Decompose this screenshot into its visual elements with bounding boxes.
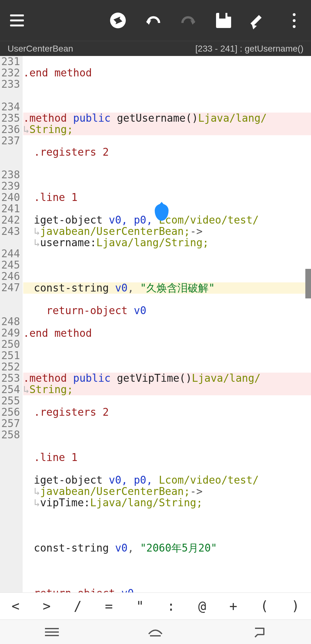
token: 1 <box>71 191 78 203</box>
wrap-indicator: ↳ <box>34 236 40 249</box>
system-navbar <box>0 619 311 644</box>
token: .end method <box>23 327 92 339</box>
wrap-indicator: ↳ <box>34 225 40 237</box>
sym-quote[interactable]: " <box>125 598 156 614</box>
line-gutter: 231 232 233 234 235 236 237 238 239 240 … <box>0 56 23 592</box>
token: public <box>73 372 111 384</box>
sym-gt[interactable]: > <box>31 598 62 614</box>
code-content[interactable]: .end method .method public getUsername()… <box>23 56 311 592</box>
token: javabean/UserCenterBean; <box>40 485 190 497</box>
nav-back-button[interactable] <box>251 626 268 638</box>
token: iget-object <box>34 214 103 226</box>
nav-recent-button[interactable] <box>43 626 60 638</box>
cursor-location[interactable]: [233 - 241] : getUsername() <box>195 44 303 54</box>
token: -> <box>190 225 203 237</box>
sym-lparen[interactable]: ( <box>249 598 280 614</box>
token: const-string <box>34 282 109 294</box>
wrap-indicator: ↳ <box>23 383 30 396</box>
symbol-row: < > / = " : @ + ( ) <box>0 592 311 619</box>
token: .end method <box>23 67 92 79</box>
sym-eq[interactable]: = <box>93 598 125 614</box>
token: vipTime: <box>40 497 90 509</box>
sym-rparen[interactable]: ) <box>280 598 311 614</box>
more-button[interactable] <box>286 12 302 29</box>
token: return-object <box>46 304 127 317</box>
token: .registers <box>34 406 97 418</box>
scrollbar-thumb[interactable] <box>305 269 311 298</box>
token: 2 <box>103 146 109 158</box>
token: v0 <box>121 587 134 592</box>
editor-subheader: UserCenterBean [233 - 241] : getUsername… <box>0 41 311 56</box>
token: "2060年5月20" <box>140 542 217 554</box>
edit-button[interactable] <box>251 12 267 29</box>
wrap-indicator: ↳ <box>23 123 30 136</box>
token: public <box>73 112 111 124</box>
token: 1 <box>71 451 78 464</box>
back-icon <box>251 626 267 638</box>
save-button[interactable] <box>215 12 232 29</box>
token: iget-object <box>34 474 103 486</box>
sym-at[interactable]: @ <box>186 598 218 614</box>
token: return-object <box>34 587 115 592</box>
token: v0, p0, <box>109 474 153 486</box>
home-icon <box>147 626 163 638</box>
token: 2 <box>103 406 109 418</box>
token: const-string <box>34 542 109 554</box>
wrap-indicator: ↳ <box>34 497 40 509</box>
token: Ljava/lang/String; <box>90 497 203 509</box>
redo-button[interactable] <box>180 12 197 29</box>
token: -> <box>190 485 203 497</box>
sym-lt[interactable]: < <box>0 598 31 614</box>
redo-icon <box>180 14 197 26</box>
undo-button[interactable] <box>145 12 161 29</box>
code-editor[interactable]: 231 232 233 234 235 236 237 238 239 240 … <box>0 56 311 592</box>
token: v0 <box>134 304 147 317</box>
token: , <box>128 282 134 294</box>
menu-button[interactable] <box>9 12 25 29</box>
token: .line <box>34 191 65 203</box>
token: String; <box>29 383 73 396</box>
token: javabean/UserCenterBean; <box>40 225 190 237</box>
token: username: <box>40 236 96 249</box>
wrap-indicator: ↳ <box>34 485 40 497</box>
undo-icon <box>145 14 161 26</box>
app-toolbar <box>0 0 311 41</box>
token: String; <box>29 123 73 136</box>
sym-colon[interactable]: : <box>156 598 187 614</box>
token: getVipTime() <box>117 372 192 384</box>
token: Lcom/video/test/ <box>159 214 259 226</box>
token: .method <box>23 372 67 384</box>
pencil-icon <box>251 13 266 28</box>
token: Ljava/lang/ <box>198 112 267 124</box>
compass-icon <box>110 13 126 28</box>
token: v0 <box>115 282 128 294</box>
hamburger-icon <box>10 14 24 26</box>
token: .line <box>34 451 65 464</box>
file-name[interactable]: UserCenterBean <box>8 44 73 54</box>
recent-icon <box>45 628 59 636</box>
token: v0 <box>115 542 128 554</box>
token: "久焕含泪破解" <box>140 282 215 294</box>
token: .method <box>23 112 67 124</box>
token: Lcom/video/test/ <box>159 474 259 486</box>
save-icon <box>216 13 231 28</box>
token: Ljava/lang/ <box>192 372 261 384</box>
token: , <box>128 542 134 554</box>
sym-slash[interactable]: / <box>62 598 93 614</box>
token: v0, p0, <box>109 214 153 226</box>
navigate-button[interactable] <box>110 12 126 29</box>
token: .registers <box>34 146 97 158</box>
token: getUsername() <box>117 112 198 124</box>
sym-plus[interactable]: + <box>218 598 249 614</box>
nav-home-button[interactable] <box>147 626 164 638</box>
token: Ljava/lang/String; <box>96 236 209 249</box>
more-icon <box>293 13 296 28</box>
